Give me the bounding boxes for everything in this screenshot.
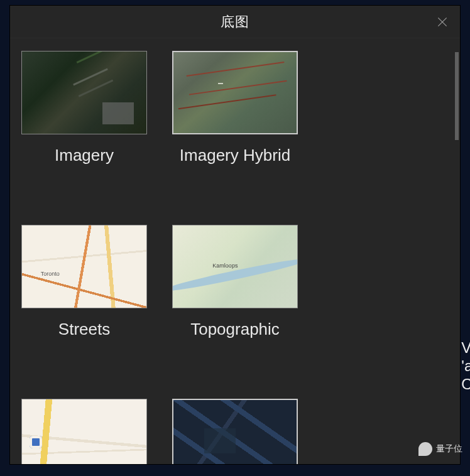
basemap-label: Streets — [58, 320, 110, 339]
modal-title: 底图 — [221, 13, 249, 31]
basemap-item-navigation[interactable] — [21, 399, 147, 464]
basemap-item-imagery-hybrid[interactable]: Imagery Hybrid — [172, 51, 298, 165]
background-text-fragment: V 'a O — [461, 339, 470, 393]
basemap-thumbnail — [21, 399, 147, 464]
watermark-text: 量子位 — [436, 443, 462, 455]
basemap-thumbnail — [21, 51, 147, 134]
modal-body[interactable]: Imagery Imagery Hybrid Streets Topograph… — [10, 38, 460, 464]
basemap-item-imagery[interactable]: Imagery — [21, 51, 147, 165]
basemap-item-streets-night[interactable] — [172, 399, 298, 464]
basemap-thumbnail — [172, 225, 298, 308]
scrollbar-thumb[interactable] — [455, 52, 459, 140]
basemap-item-streets[interactable]: Streets — [21, 225, 147, 339]
basemap-thumbnail — [21, 225, 147, 308]
basemap-label: Imagery Hybrid — [180, 146, 290, 165]
basemap-item-topographic[interactable]: Topographic — [172, 225, 298, 339]
basemap-thumbnail — [172, 399, 298, 464]
basemap-grid: Imagery Imagery Hybrid Streets Topograph… — [21, 51, 449, 464]
watermark: 量子位 — [418, 442, 462, 456]
basemap-label: Imagery — [55, 146, 114, 165]
modal-header: 底图 — [10, 6, 460, 38]
close-button[interactable] — [434, 13, 451, 31]
basemap-gallery-modal: 底图 Imagery Imagery Hybrid Streets T — [9, 5, 461, 465]
close-icon — [436, 16, 449, 28]
wechat-icon — [418, 442, 432, 456]
basemap-label: Topographic — [190, 320, 280, 339]
basemap-thumbnail — [172, 51, 298, 134]
